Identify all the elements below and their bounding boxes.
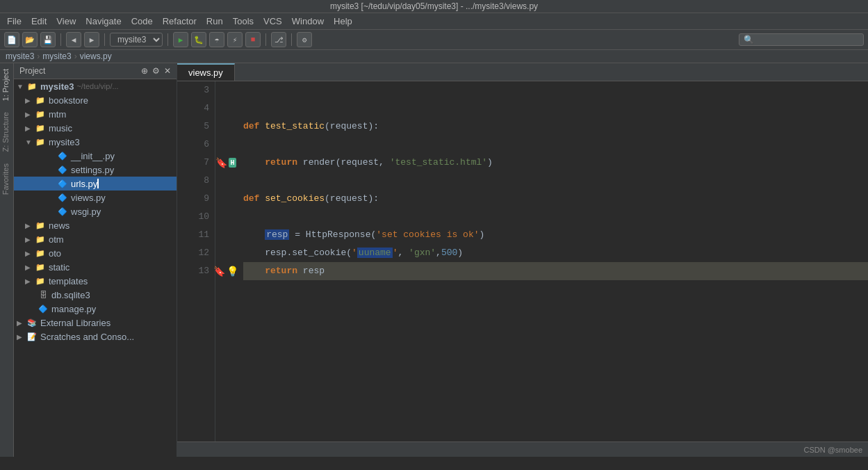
sidebar-tab-structure[interactable]: Z: Structure (0, 106, 13, 157)
tree-close-icon[interactable]: ✕ (164, 66, 171, 76)
manage-icon: 🔷 (38, 303, 49, 314)
tree-item-extlibs[interactable]: ▶ 📚 External Libraries (14, 316, 177, 330)
toolbar-sep3 (167, 33, 168, 46)
menu-edit[interactable]: Edit (27, 15, 51, 28)
tree-label-init: __init__.py (71, 151, 115, 161)
tree-item-scratches[interactable]: ▶ 📝 Scratches and Conso... (14, 330, 177, 343)
project-selector[interactable]: mysite3 (110, 33, 163, 47)
menu-help[interactable]: Help (329, 15, 357, 28)
tree-item-mtm[interactable]: ▶ 📁 mtm (14, 107, 177, 121)
gutter-13[interactable]: 🔖 💡 (215, 262, 236, 280)
templates-arrow: ▶ (25, 277, 35, 285)
tree-item-urls[interactable]: 🔷 urls.py (14, 177, 177, 191)
toolbar-coverage-btn[interactable]: ☂ (209, 32, 224, 47)
mysite3-icon: 📁 (35, 136, 46, 147)
code-lines[interactable]: def test_static(request): return render(… (236, 81, 868, 441)
tree-item-music[interactable]: ▶ 📁 music (14, 121, 177, 135)
menu-view[interactable]: View (52, 15, 80, 28)
ln-10: 10 (177, 208, 209, 226)
music-icon: 📁 (35, 122, 46, 133)
tree-item-settings[interactable]: 🔷 settings.py (14, 163, 177, 177)
tree-item-manage[interactable]: 🔷 manage.py (14, 302, 177, 316)
tree-root-path: ~/tedu/vip/... (76, 82, 118, 90)
toolbar-profile-btn[interactable]: ⚡ (227, 32, 243, 47)
tree-scope-icon[interactable]: ⊕ (141, 66, 148, 76)
tree-label-music: music (49, 123, 72, 133)
tree-item-db[interactable]: 🗄 db.sqlite3 (14, 288, 177, 302)
breadcrumb-root[interactable]: mysite3 (6, 51, 34, 61)
tree-item-oto[interactable]: ▶ 📁 oto (14, 246, 177, 260)
menu-file[interactable]: File (3, 15, 26, 28)
code-line-10 (243, 208, 868, 226)
templates-icon: 📁 (35, 275, 46, 286)
toolbar-forward-btn[interactable]: ▶ (84, 32, 99, 47)
tree-root-label: mysite3 (40, 81, 74, 92)
toolbar-debug-btn[interactable]: 🐛 (191, 32, 206, 47)
tree-root[interactable]: ▼ 📁 mysite3 ~/tedu/vip/... (14, 79, 177, 93)
tree-label-db: db.sqlite3 (51, 290, 90, 300)
tree-item-views[interactable]: 🔷 views.py (14, 191, 177, 204)
tree-item-init[interactable]: 🔷 __init__.py (14, 149, 177, 163)
toolbar-back-btn[interactable]: ◀ (66, 32, 81, 47)
cursor (97, 179, 99, 188)
tree-label-mtm: mtm (49, 109, 66, 120)
tree-label-templates: templates (49, 276, 88, 286)
tree-item-templates[interactable]: ▶ 📁 templates (14, 274, 177, 288)
toolbar-save-btn[interactable]: 💾 (40, 32, 56, 47)
file-tree-title: Project (19, 66, 45, 76)
menu-navigate[interactable]: Navigate (81, 15, 125, 28)
tree-item-static[interactable]: ▶ 📁 static (14, 260, 177, 274)
status-right: CSDN @smobee (803, 446, 862, 454)
tree-label-extlibs: External Libraries (40, 318, 110, 328)
toolbar-open-btn[interactable]: 📂 (22, 32, 38, 47)
toolbar-run-btn[interactable]: ▶ (173, 32, 188, 47)
menu-tools[interactable]: Tools (229, 15, 258, 28)
gutter-7[interactable]: 🔖 H (215, 154, 236, 172)
search-input[interactable] (739, 33, 864, 46)
tree-label-views: views.py (71, 193, 106, 203)
code-line-9: def set_cookies(request): (243, 190, 868, 208)
sidebar-tab-project[interactable]: 1: Project (0, 63, 13, 106)
tab-views-py[interactable]: views.py (177, 63, 235, 81)
news-arrow: ▶ (25, 222, 35, 229)
menu-run[interactable]: Run (202, 15, 227, 28)
tree-item-mysite3[interactable]: ▼ 📁 mysite3 (14, 135, 177, 149)
tree-item-news[interactable]: ▶ 📁 news (14, 218, 177, 232)
toolbar-git-btn[interactable]: ⎇ (271, 32, 286, 47)
tree-settings-icon[interactable]: ⚙ (152, 66, 160, 76)
root-arrow: ▼ (17, 83, 26, 90)
menu-code[interactable]: Code (127, 15, 157, 28)
menu-window[interactable]: Window (288, 15, 328, 28)
menu-refactor[interactable]: Refactor (158, 15, 201, 28)
code-line-7: return render(request, 'test_static.html… (243, 154, 868, 172)
tree-item-wsgi[interactable]: 🔷 wsgi.py (14, 204, 177, 218)
toolbar-stop-btn[interactable]: ■ (245, 32, 261, 47)
status-bar: CSDN @smobee (177, 441, 868, 457)
tree-item-bookstore[interactable]: ▶ 📁 bookstore (14, 93, 177, 107)
tree-label-manage: manage.py (51, 304, 96, 314)
code-line-8 (243, 172, 868, 190)
breadcrumb-file[interactable]: views.py (80, 51, 112, 61)
tree-label-wsgi: wsgi.py (71, 206, 101, 217)
left-sidebar-tabs: 1: Project Z: Structure Favorites (0, 63, 14, 457)
tab-label: views.py (188, 67, 223, 78)
menu-vcs[interactable]: VCS (259, 15, 286, 28)
breadcrumb-mysite3[interactable]: mysite3 (42, 51, 71, 61)
toolbar-sep4 (265, 33, 266, 46)
code-line-5: def test_static(request): (243, 118, 868, 136)
static-icon: 📁 (35, 261, 46, 273)
toolbar-settings-btn[interactable]: ⚙ (297, 32, 312, 47)
scratches-icon: 📝 (26, 331, 38, 342)
code-line-6 (243, 136, 868, 154)
tree-label-mysite3: mysite3 (49, 137, 80, 147)
tree-item-otm[interactable]: ▶ 📁 otm (14, 232, 177, 246)
oto-icon: 📁 (35, 248, 46, 259)
toolbar-new-btn[interactable]: 📄 (4, 32, 19, 47)
wsgi-icon: 🔷 (57, 206, 68, 217)
toolbar-sep1 (60, 33, 61, 46)
sidebar-tab-favorites[interactable]: Favorites (0, 158, 13, 200)
mysite3-arrow: ▼ (25, 138, 35, 146)
otm-arrow: ▶ (25, 236, 35, 243)
gutter-8 (215, 172, 236, 190)
code-line-4 (243, 99, 868, 118)
